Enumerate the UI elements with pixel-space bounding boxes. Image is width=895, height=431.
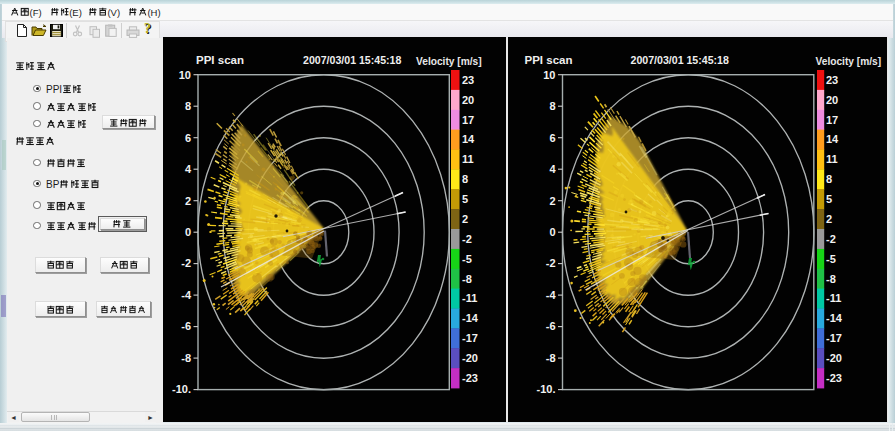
svg-text:20: 20 [826, 94, 838, 106]
svg-text:PPI scan: PPI scan [524, 54, 572, 66]
svg-text:2: 2 [549, 195, 555, 207]
svg-text:Velocity [m/s]: Velocity [m/s] [815, 56, 881, 67]
svg-text:2: 2 [826, 213, 832, 225]
svg-text:23: 23 [462, 74, 474, 86]
svg-text:-8: -8 [462, 273, 472, 285]
svg-text:-10.: -10. [536, 383, 555, 395]
svg-text:2: 2 [462, 213, 468, 225]
svg-text:Velocity [m/s]: Velocity [m/s] [416, 56, 482, 67]
svg-text:-14: -14 [462, 312, 479, 324]
svg-text:8: 8 [549, 100, 555, 112]
svg-text:23: 23 [826, 74, 838, 86]
svg-text:0: 0 [185, 226, 191, 238]
svg-text:-20: -20 [826, 352, 842, 364]
svg-text:-6: -6 [181, 320, 191, 332]
svg-text:4: 4 [185, 163, 192, 175]
svg-text:17: 17 [462, 114, 474, 126]
svg-text:10: 10 [179, 69, 191, 81]
svg-text:-6: -6 [545, 320, 555, 332]
svg-text:-17: -17 [462, 332, 478, 344]
svg-text:-5: -5 [826, 253, 836, 265]
svg-text:-10.: -10. [172, 383, 191, 395]
svg-text:5: 5 [826, 193, 832, 205]
svg-text:PPI scan: PPI scan [196, 54, 244, 66]
svg-text:4: 4 [549, 163, 556, 175]
svg-text:-14: -14 [826, 312, 843, 324]
svg-text:-4: -4 [545, 289, 556, 301]
svg-text:0: 0 [549, 226, 555, 238]
svg-text:-23: -23 [826, 372, 842, 384]
svg-text:-5: -5 [462, 253, 472, 265]
svg-text:-11: -11 [462, 292, 477, 304]
svg-text:2007/03/01 15:45:18: 2007/03/01 15:45:18 [303, 54, 401, 66]
svg-text:6: 6 [185, 132, 191, 144]
svg-text:8: 8 [826, 173, 832, 185]
svg-text:8: 8 [462, 173, 468, 185]
svg-text:-23: -23 [462, 372, 478, 384]
svg-text:11: 11 [826, 153, 838, 165]
svg-text:8: 8 [185, 100, 191, 112]
svg-text:5: 5 [462, 193, 468, 205]
svg-text:-11: -11 [826, 292, 841, 304]
svg-text:-8: -8 [181, 352, 191, 364]
svg-text:14: 14 [826, 133, 839, 145]
svg-text:11: 11 [462, 153, 474, 165]
svg-text:20: 20 [462, 94, 474, 106]
svg-text:-8: -8 [826, 273, 836, 285]
svg-text:-2: -2 [181, 257, 191, 269]
svg-text:6: 6 [549, 132, 555, 144]
svg-text:14: 14 [462, 133, 475, 145]
svg-text:17: 17 [826, 114, 838, 126]
svg-text:-2: -2 [545, 257, 555, 269]
svg-text:2: 2 [185, 195, 191, 207]
svg-text:-8: -8 [545, 352, 555, 364]
svg-text:10: 10 [543, 69, 555, 81]
svg-text:-2: -2 [462, 233, 472, 245]
svg-text:-17: -17 [826, 332, 842, 344]
svg-text:-4: -4 [181, 289, 192, 301]
svg-text:2007/03/01 15:45:18: 2007/03/01 15:45:18 [630, 54, 728, 66]
svg-text:-20: -20 [462, 352, 478, 364]
svg-text:-2: -2 [826, 233, 836, 245]
